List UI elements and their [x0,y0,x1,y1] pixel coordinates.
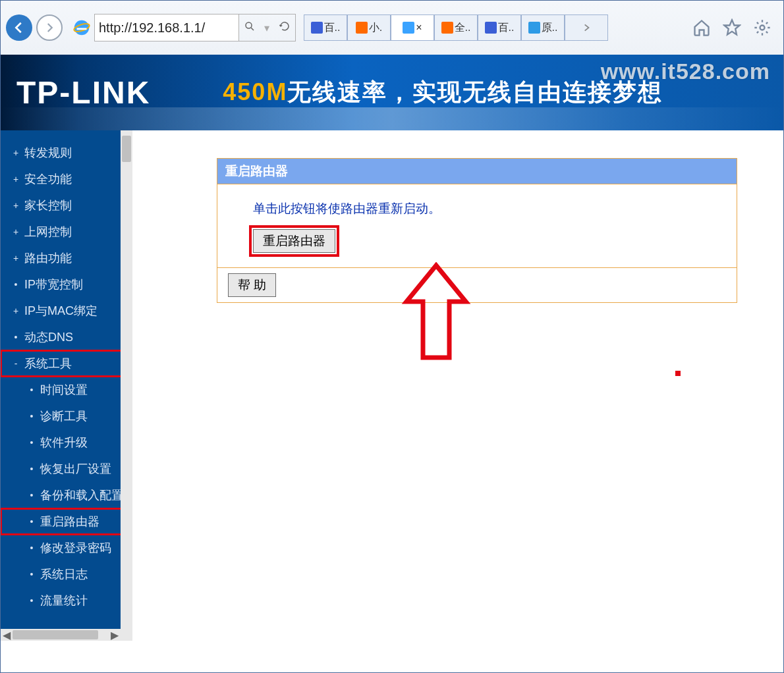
sidebar-item-9[interactable]: •时间设置 [1,377,132,403]
baidu-icon [485,22,497,34]
back-button[interactable] [6,14,32,41]
sidebar-item-label: 动态DNS [24,329,73,345]
bullet-icon: • [27,411,36,421]
main-content: 重启路由器 单击此按钮将使路由器重新启动。 重启路由器 帮 助 [132,130,783,641]
svg-point-2 [246,22,252,28]
sidebar-item-label: 安全功能 [24,171,72,187]
sidebar-scrollbar-horizontal[interactable]: ◀▶ [1,629,121,641]
mi-icon [356,22,368,34]
sidebar-item-label: 系统工具 [24,356,72,371]
browser-toolbar: http://192.168.1.1/ ▾ 百..小.×全..百..原.. [1,1,783,55]
svg-point-0 [74,20,90,36]
separator: ▾ [264,22,269,34]
bullet-icon: • [27,569,36,579]
tab-0[interactable]: 百.. [304,14,347,41]
sidebar-item-10[interactable]: •诊断工具 [1,403,132,429]
sidebar-item-label: 路由功能 [24,250,72,266]
bullet-icon: + [11,174,20,184]
bullet-icon: • [27,385,36,395]
reboot-panel: 重启路由器 单击此按钮将使路由器重新启动。 重启路由器 帮 助 [217,158,737,303]
sidebar-item-6[interactable]: +IP与MAC绑定 [1,298,132,324]
sidebar-item-4[interactable]: +路由功能 [1,245,132,271]
bullet-icon: + [11,306,20,316]
ie-icon [72,18,92,38]
mi-icon [441,22,453,34]
sidebar-item-2[interactable]: +家长控制 [1,192,132,219]
new-tab-button[interactable] [565,14,608,41]
sidebar-item-label: 重启路由器 [40,514,99,529]
tab-3[interactable]: 全.. [434,14,478,41]
sidebar-item-15[interactable]: •修改登录密码 [1,535,132,561]
bullet-icon: + [11,227,20,237]
favorites-icon[interactable] [723,18,741,37]
sidebar-scrollbar-vertical[interactable] [121,130,132,641]
bullet-icon: • [11,332,20,342]
bullet-icon: + [11,253,20,263]
bullet-icon: • [27,543,36,553]
sidebar-item-label: IP带宽控制 [24,277,83,292]
banner: TP-LINK 450M无线速率，实现无线自由连接梦想 www.it528.co… [1,55,783,130]
watermark: www.it528.com [601,59,770,84]
tab-label: 原.. [542,21,558,35]
sidebar-item-12[interactable]: •恢复出厂设置 [1,456,132,482]
sidebar-item-label: 修改登录密码 [40,540,111,556]
sidebar-item-13[interactable]: •备份和载入配置 [1,482,132,508]
annotation-dot [675,371,681,376]
tab-label: 全.. [455,21,471,35]
tab-2[interactable]: × [391,14,434,41]
bullet-icon: • [27,595,36,606]
sidebar-item-label: 备份和载入配置 [40,487,123,503]
sidebar-item-7[interactable]: •动态DNS [1,324,132,350]
baidu-icon [311,22,323,34]
reboot-button[interactable]: 重启路由器 [253,229,335,253]
forward-button[interactable] [36,14,63,41]
help-button[interactable]: 帮 助 [228,273,276,297]
sidebar-item-label: 系统日志 [40,566,88,582]
tab-strip: 百..小.×全..百..原.. [304,14,565,41]
tab-label: × [416,22,422,34]
sidebar-item-0[interactable]: +转发规则 [1,140,132,166]
sidebar-item-label: 时间设置 [40,382,88,398]
bullet-icon: - [11,358,20,369]
tab-label: 百.. [324,21,341,35]
sidebar-item-1[interactable]: +安全功能 [1,166,132,192]
tab-5[interactable]: 原.. [521,14,565,41]
bullet-icon: • [27,437,36,448]
sidebar-item-3[interactable]: +上网控制 [1,219,132,245]
tab-4[interactable]: 百.. [478,14,521,41]
sidebar: +转发规则+安全功能+家长控制+上网控制+路由功能•IP带宽控制+IP与MAC绑… [1,130,132,641]
address-bar[interactable]: http://192.168.1.1/ [94,14,239,41]
url-text: http://192.168.1.1/ [99,20,205,36]
settings-icon[interactable] [753,18,771,37]
bullet-icon: • [27,464,36,474]
sidebar-item-label: 诊断工具 [40,408,88,424]
panel-description: 单击此按钮将使路由器重新启动。 [253,200,737,217]
svg-point-3 [760,26,765,30]
bullet-icon: + [11,200,20,211]
search-refresh-box: ▾ [239,14,296,41]
bullet-icon: • [27,516,36,527]
sidebar-item-16[interactable]: •系统日志 [1,561,132,587]
bullet-icon: • [27,490,36,500]
tab-label: 小. [369,21,382,35]
sidebar-item-14[interactable]: •重启路由器 [1,508,132,535]
tab-label: 百.. [498,21,515,35]
sidebar-item-label: 上网控制 [24,224,72,240]
slogan: 450M无线速率，实现无线自由连接梦想 [223,76,663,109]
sidebar-item-label: 恢复出厂设置 [40,461,111,477]
sidebar-item-label: 软件升级 [40,435,88,450]
slogan-highlight: 450M [223,78,287,105]
sidebar-item-8[interactable]: -系统工具 [1,350,132,377]
brand-logo: TP-LINK [16,74,150,111]
tab-1[interactable]: 小. [347,14,391,41]
home-icon[interactable] [692,18,711,37]
panel-title: 重启路由器 [217,159,737,184]
ie-icon [403,22,414,34]
info-icon [528,22,540,34]
refresh-icon[interactable] [279,20,291,35]
sidebar-item-5[interactable]: •IP带宽控制 [1,271,132,298]
sidebar-item-label: 家长控制 [24,198,72,213]
sidebar-item-17[interactable]: •流量统计 [1,587,132,614]
search-icon[interactable] [244,20,256,35]
sidebar-item-11[interactable]: •软件升级 [1,429,132,456]
